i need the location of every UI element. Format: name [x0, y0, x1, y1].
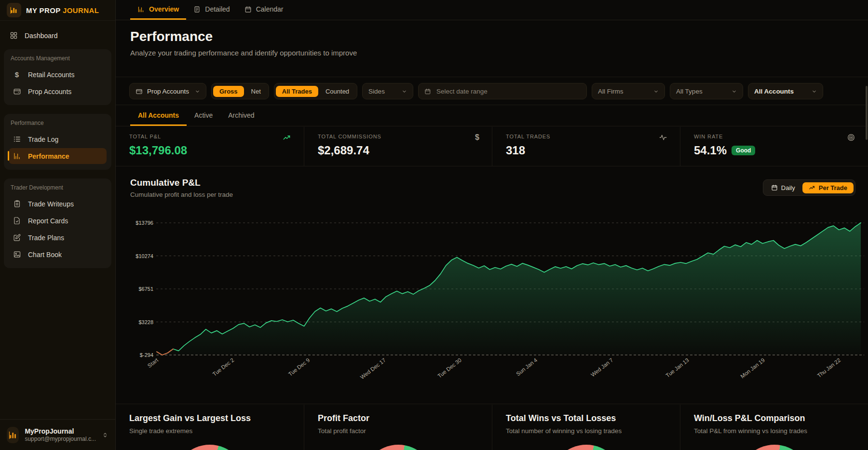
chevron-down-icon	[402, 89, 407, 94]
gross-net-toggle: Gross Net	[211, 83, 269, 99]
stat-win-rate: WIN RATE 54.1% Good	[680, 127, 868, 166]
wallet-icon	[136, 88, 143, 95]
account-email: support@mypropjournal.c...	[25, 436, 96, 443]
svg-text:Mon Jan 19: Mon Jan 19	[739, 357, 766, 379]
stat-label: WIN RATE	[694, 134, 854, 139]
chevron-down-icon	[812, 89, 817, 94]
bar-chart-icon	[13, 152, 21, 160]
stat-value: $13,796.08	[129, 144, 290, 157]
list-icon	[13, 135, 21, 143]
svg-text:Sun Jan 4: Sun Jan 4	[515, 357, 539, 377]
dollar-icon: $	[13, 70, 21, 79]
accounts-dropdown[interactable]: All Accounts	[748, 83, 823, 99]
net-option[interactable]: Net	[245, 86, 267, 97]
tab-active[interactable]: Active	[187, 106, 220, 126]
firms-dropdown[interactable]: All Firms	[592, 83, 665, 99]
tab-archived[interactable]: Archived	[220, 106, 262, 126]
file-check-icon	[13, 217, 21, 225]
all-trades-option[interactable]: All Trades	[276, 86, 318, 97]
sidebar-item-trade-writeups[interactable]: Trade Writeups	[9, 196, 107, 212]
svg-text:Tue Dec 30: Tue Dec 30	[436, 357, 462, 379]
page-header: Performance Analyze your trading perform…	[116, 21, 868, 77]
stat-value: $2,689.74	[318, 144, 478, 157]
sidebar-item-dashboard[interactable]: Dashboard	[5, 28, 110, 42]
chevron-down-icon	[195, 89, 200, 94]
dropdown-value: All Types	[676, 88, 703, 95]
tab-all-accounts[interactable]: All Accounts	[130, 106, 187, 126]
per-trade-option[interactable]: Per Trade	[802, 182, 854, 193]
card-title: Win/Loss P&L Comparison	[694, 413, 854, 423]
svg-text:Tue Dec 9: Tue Dec 9	[287, 357, 311, 377]
account-switcher[interactable]: MyPropJournal support@mypropjournal.c...	[0, 419, 115, 450]
pie-chart	[174, 445, 246, 450]
dropdown-value: All Accounts	[754, 88, 794, 95]
active-indicator	[8, 151, 9, 161]
document-icon	[193, 6, 201, 13]
page-subtitle: Analyze your trading performance and ide…	[130, 49, 357, 57]
card-subtitle: Total number of winning vs losing trades	[506, 427, 666, 435]
sidebar-item-label: Performance	[28, 152, 69, 160]
svg-text:Wed Dec 17: Wed Dec 17	[359, 357, 387, 380]
date-range-picker[interactable]	[418, 83, 587, 99]
account-type-dropdown[interactable]: Prop Accounts	[129, 83, 206, 99]
bar-chart-icon	[137, 6, 145, 13]
sidebar-item-label: Retail Accounts	[28, 71, 75, 79]
sidebar-item-label: Trade Log	[28, 136, 58, 143]
pie-chart	[362, 445, 434, 450]
svg-text:$10274: $10274	[136, 253, 153, 259]
status-badge: Good	[732, 146, 755, 155]
wallet-icon	[13, 87, 21, 95]
tab-detailed[interactable]: Detailed	[186, 0, 237, 20]
cumulative-pnl-chart: $13796$10274$6751$3228$-294StartTue Dec …	[116, 207, 868, 400]
sidebar-item-prop-accounts[interactable]: Prop Accounts	[9, 83, 107, 99]
date-range-input[interactable]	[435, 87, 581, 95]
stats-row: TOTAL P&L $13,796.08 TOTAL COMMISSIONS $…	[116, 127, 868, 166]
brand-name: MY PROP JOURNAL	[26, 6, 99, 14]
sides-dropdown[interactable]: Sides	[362, 83, 413, 99]
chevron-down-icon	[653, 89, 659, 94]
scrollbar-thumb[interactable]	[866, 86, 868, 140]
option-label: Daily	[781, 184, 795, 191]
calendar-icon	[771, 184, 778, 191]
daily-option[interactable]: Daily	[765, 182, 801, 193]
stat-label: TOTAL COMMISSIONS	[318, 134, 478, 139]
sidebar-item-trade-plans[interactable]: Trade Plans	[9, 230, 107, 245]
svg-text:Thu Jan 22: Thu Jan 22	[816, 357, 841, 379]
stat-label: TOTAL TRADES	[506, 134, 666, 139]
brand-primary: MY PROP	[26, 6, 60, 14]
tab-label: Active	[194, 111, 213, 119]
tab-calendar[interactable]: Calendar	[237, 0, 291, 20]
brand-logo[interactable]: MY PROP JOURNAL	[0, 0, 115, 21]
tab-overview[interactable]: Overview	[130, 0, 186, 20]
account-tabs: All Accounts Active Archived	[116, 106, 868, 126]
stat-total-trades: TOTAL TRADES 318	[492, 127, 680, 166]
svg-text:Tue Jan 13: Tue Jan 13	[665, 357, 690, 379]
dropdown-value: Prop Accounts	[147, 88, 189, 95]
chart-granularity-toggle: Daily Per Trade	[763, 179, 855, 196]
sidebar-item-label: Trade Plans	[28, 234, 64, 242]
sidebar-item-retail-accounts[interactable]: $ Retail Accounts	[9, 67, 107, 82]
trade-count-toggle: All Trades Counted	[274, 83, 357, 99]
counted-option[interactable]: Counted	[319, 86, 355, 97]
account-info: MyPropJournal support@mypropjournal.c...	[25, 427, 96, 443]
tab-label: Overview	[149, 5, 179, 13]
trend-up-icon	[809, 184, 815, 191]
sidebar-item-trade-log[interactable]: Trade Log	[9, 131, 107, 147]
chevrons-up-down-icon	[102, 432, 108, 438]
calendar-icon	[244, 6, 252, 13]
card-title: Largest Gain vs Largest Loss	[129, 413, 290, 423]
tab-label: Calendar	[256, 5, 284, 13]
sidebar-item-report-cards[interactable]: Report Cards	[9, 213, 107, 229]
target-icon	[847, 133, 855, 142]
card-wins-vs-losses: Total Wins vs Total Losses Total number …	[492, 405, 680, 450]
dollar-icon: $	[475, 133, 479, 142]
stat-total-pnl: TOTAL P&L $13,796.08	[116, 127, 304, 166]
types-dropdown[interactable]: All Types	[670, 83, 743, 99]
dropdown-value: All Firms	[598, 88, 624, 95]
sidebar-item-performance[interactable]: Performance	[9, 148, 107, 164]
sidebar-item-chart-book[interactable]: Chart Book	[9, 246, 107, 262]
image-icon	[13, 250, 21, 259]
stat-value-row: 54.1% Good	[694, 144, 854, 157]
tab-label: All Accounts	[138, 111, 179, 119]
gross-option[interactable]: Gross	[213, 86, 244, 97]
